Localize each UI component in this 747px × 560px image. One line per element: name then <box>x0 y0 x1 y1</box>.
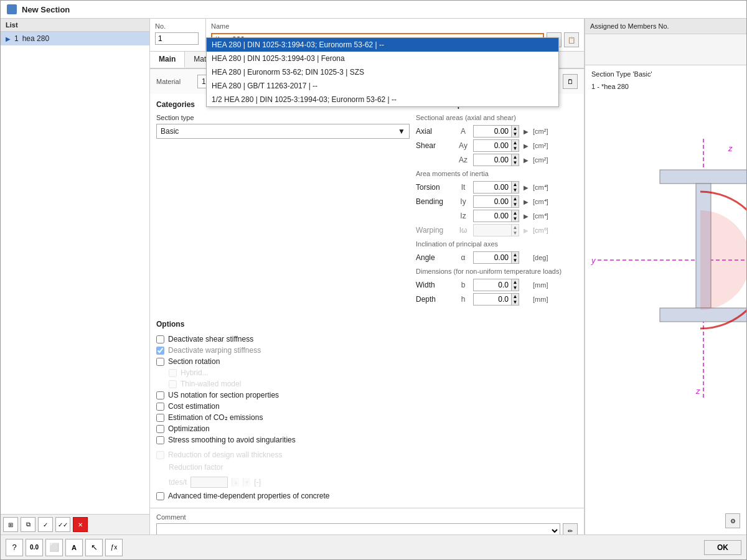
shear-y-input[interactable] <box>474 140 511 151</box>
shear-y-arrow-icon[interactable]: ▶ <box>522 140 530 151</box>
warping-symbol: Iω <box>456 226 471 235</box>
dropdown-item-2[interactable]: HEA 280 | Euronorm 53-62; DIN 1025-3 | S… <box>207 65 558 79</box>
preview-settings-btn[interactable]: ⚙ <box>725 513 740 528</box>
toolbar-num-btn[interactable]: 0.0 <box>26 539 43 556</box>
toolbar-right: OK <box>704 540 741 555</box>
section-type-select[interactable]: Basic ▼ <box>156 124 410 139</box>
bending-y-input[interactable] <box>474 196 511 207</box>
option-concrete-check[interactable] <box>156 492 164 500</box>
depth-up[interactable]: ▲ <box>511 294 519 299</box>
shear-y-unit: [cm²] <box>533 142 555 149</box>
no-input[interactable] <box>155 32 199 45</box>
dropdown-item-3[interactable]: HEA 280 | GB/T 11263-2017 | -- <box>207 79 558 93</box>
bending-y-up[interactable]: ▲ <box>511 196 519 202</box>
dropdown-item-0[interactable]: HEA 280 | DIN 1025-3:1994-03; Euronorm 5… <box>207 38 558 52</box>
warping-up[interactable]: ▲ <box>511 225 519 230</box>
axial-down[interactable]: ▼ <box>511 131 519 137</box>
comment-edit-btn[interactable]: ✏ <box>563 523 578 534</box>
toolbar-view-btn[interactable]: ⬜ <box>45 539 63 556</box>
window-title: New Section <box>22 5 70 14</box>
option-optimization-label: Optimization <box>168 424 210 433</box>
bending-y-unit: [cm⁴] <box>533 198 555 206</box>
angle-down[interactable]: ▼ <box>511 258 519 263</box>
option-deactivate-warping-check[interactable] <box>156 347 164 355</box>
depth-input[interactable] <box>474 294 511 305</box>
warping-input[interactable] <box>474 225 511 236</box>
dropdown-item-4[interactable]: 1/2 HEA 280 | DIN 1025-3:1994-03; Eurono… <box>207 93 558 106</box>
check-btn[interactable]: ✓ <box>38 517 53 532</box>
option-cost-check[interactable] <box>156 403 164 411</box>
depth-down[interactable]: ▼ <box>511 299 519 305</box>
tab-main[interactable]: Main <box>150 52 185 68</box>
section-name-display: 1 - *hea 280 <box>585 83 746 95</box>
option-optimization-check[interactable] <box>156 425 164 433</box>
bending-y-down[interactable]: ▼ <box>511 202 519 207</box>
name-dropdown[interactable]: HEA 280 | DIN 1025-3:1994-03; Euronorm 5… <box>206 37 559 107</box>
bending-z-up[interactable]: ▲ <box>511 210 519 216</box>
depth-input-wrap: ▲ ▼ <box>473 293 519 306</box>
axial-arrow-icon[interactable]: ▶ <box>522 126 530 137</box>
depth-unit: [mm] <box>533 296 555 303</box>
width-up[interactable]: ▲ <box>511 279 519 285</box>
toolbar-text-btn[interactable]: A <box>65 539 83 556</box>
bending-y-arrow-icon[interactable]: ▶ <box>522 196 530 207</box>
material-btn4[interactable]: 🗒 <box>563 74 578 89</box>
bending-z-input[interactable] <box>474 210 511 222</box>
delete-btn[interactable]: ✕ <box>73 517 88 532</box>
depth-label: Depth <box>416 295 453 304</box>
tdes-down[interactable]: ▼ <box>243 478 250 487</box>
option-us-notation-check[interactable] <box>156 391 164 399</box>
shear-z-up[interactable]: ▲ <box>511 154 519 160</box>
bending-z-arrow-icon[interactable]: ▶ <box>522 210 530 222</box>
check2-btn[interactable]: ✓✓ <box>55 517 70 532</box>
shear-z-input[interactable] <box>474 154 511 166</box>
comment-select[interactable] <box>156 523 560 534</box>
tdes-input[interactable] <box>190 477 228 488</box>
width-down[interactable]: ▼ <box>511 285 519 291</box>
angle-up[interactable]: ▲ <box>511 252 519 258</box>
shear-z-down[interactable]: ▼ <box>511 160 519 166</box>
axial-up[interactable]: ▲ <box>511 126 519 131</box>
option-co2-check[interactable] <box>156 414 164 422</box>
copy-btn[interactable]: ⧉ <box>21 517 35 532</box>
warping-down[interactable]: ▼ <box>511 230 519 236</box>
bending-z-symbol: Iz <box>456 212 471 220</box>
toolbar-cursor-btn[interactable]: ↖ <box>85 539 103 556</box>
option-section-rotation-check[interactable] <box>156 358 164 366</box>
comment-row: ✏ <box>156 523 578 534</box>
dropdown-item-1[interactable]: HEA 280 | DIN 1025-3:1994-03 | Ferona <box>207 52 558 65</box>
browse-btn[interactable]: 📋 <box>564 32 579 47</box>
torsion-arrow-icon[interactable]: ▶ <box>522 182 530 193</box>
toolbar-formula-btn[interactable]: ƒx <box>105 539 123 556</box>
bending-z-down[interactable]: ▼ <box>511 216 519 222</box>
width-input-wrap: ▲ ▼ <box>473 279 519 291</box>
option-optimization: Optimization <box>156 423 578 434</box>
torsion-down[interactable]: ▼ <box>511 187 519 193</box>
shear-z-input-wrap: ▲ ▼ <box>473 154 519 166</box>
list-item[interactable]: ▶ 1 hea 280 <box>1 32 149 45</box>
option-thin-walled-check[interactable] <box>169 380 177 388</box>
option-hybrid-check[interactable] <box>169 369 177 377</box>
option-co2-label: Estimation of CO₂ emissions <box>168 413 263 422</box>
toolbar-help-btn[interactable]: ? <box>6 539 23 556</box>
tdes-up[interactable]: ▲ <box>232 478 239 487</box>
shear-y-up[interactable]: ▲ <box>511 140 519 146</box>
option-deactivate-shear-check[interactable] <box>156 335 164 343</box>
depth-row: Depth h ▲ ▼ ▶ [mm] <box>416 293 578 306</box>
option-stress-smoothing-check[interactable] <box>156 436 164 444</box>
option-deactivate-shear-label: Deactivate shear stiffness <box>168 335 253 343</box>
bending-y-spinners: ▲ ▼ <box>511 196 519 207</box>
add-btn[interactable]: ⊞ <box>3 517 18 532</box>
width-input[interactable] <box>474 279 511 291</box>
width-unit: [mm] <box>533 281 555 289</box>
shear-z-arrow-icon[interactable]: ▶ <box>522 154 530 166</box>
ok-button[interactable]: OK <box>704 540 741 555</box>
shear-y-down[interactable]: ▼ <box>511 146 519 151</box>
option-reduction-check[interactable] <box>156 451 164 459</box>
option-thin-walled: Thin-walled model <box>156 378 578 390</box>
torsion-up[interactable]: ▲ <box>511 182 519 187</box>
axial-input[interactable] <box>474 126 511 137</box>
torsion-input[interactable] <box>474 182 511 193</box>
warping-arrow-icon: ▶ <box>522 225 530 236</box>
angle-input[interactable] <box>474 252 511 263</box>
